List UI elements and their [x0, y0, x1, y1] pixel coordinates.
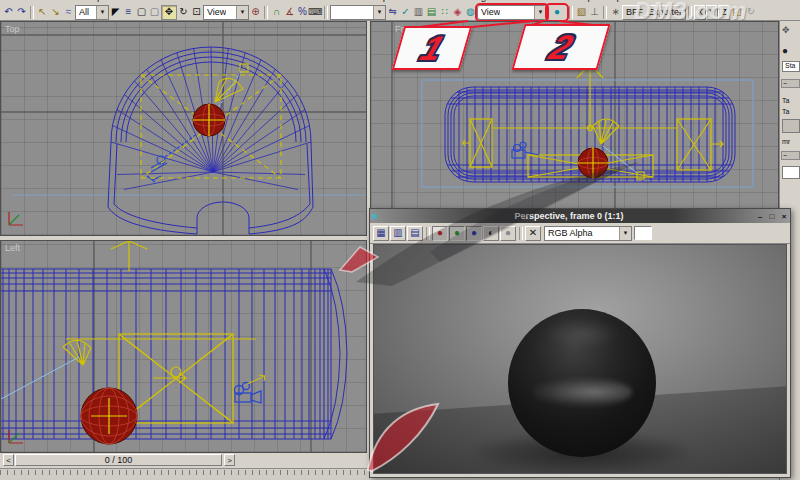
render-window-titlebar[interactable]: ◙ Perspective, frame 0 (1:1) – □ × [370, 209, 790, 223]
mirror-icon[interactable]: ⇋ [386, 5, 399, 20]
minimize-button[interactable]: – [754, 212, 766, 221]
undo-icon[interactable]: ↶ [2, 5, 15, 20]
window-crossing-icon[interactable]: ▢ [148, 5, 161, 20]
camera-gizmo [235, 383, 262, 404]
camera-gizmo [147, 134, 197, 182]
redo-icon[interactable]: ↷ [15, 5, 28, 20]
select-and-scale-icon[interactable]: ⊡ [190, 5, 203, 20]
param-field[interactable] [782, 119, 800, 133]
green-channel-button[interactable]: ● [449, 226, 465, 241]
channel-display-dropdown[interactable]: RGB Alpha▼ [544, 226, 632, 241]
rollout-header-1[interactable]: − [781, 79, 800, 88]
track-bar[interactable] [0, 468, 367, 480]
curve-editor-icon[interactable]: ▤ [425, 5, 438, 20]
render-window-title: Perspective, frame 0 (1:1) [384, 211, 754, 221]
unlink-selection-icon[interactable]: ↘ [49, 5, 62, 20]
clone-window-icon[interactable]: ▥ [390, 226, 406, 241]
rect-selection-region-icon[interactable]: ▢ [135, 5, 148, 20]
snap-toggle-icon[interactable]: ∩ [270, 5, 283, 20]
time-slider-button[interactable]: 0 / 100 [15, 454, 222, 466]
viewport-splitter-horizontal[interactable] [0, 236, 367, 240]
clear-button[interactable]: ✕ [525, 226, 541, 241]
dropdown-arrow-icon[interactable]: ▼ [534, 6, 546, 19]
object-type-dropdown[interactable]: Sta [782, 61, 800, 72]
maximize-button[interactable]: □ [766, 212, 778, 221]
camera-gizmo [512, 142, 539, 158]
left-viewport-wireframe [1, 241, 366, 452]
camera-arrow [247, 375, 265, 384]
keyboard-override-icon[interactable]: ⌨ [309, 5, 322, 20]
reference-coordsys-dropdown-value: View [207, 8, 226, 17]
bind-to-spacewarp-icon[interactable]: ≈ [62, 5, 75, 20]
mono-channel-button[interactable]: ◐ [483, 226, 499, 241]
select-and-move-icon[interactable]: ✥ [161, 5, 177, 20]
save-bitmap-icon[interactable]: ▦ [373, 226, 389, 241]
selection-filter-dropdown-value: All [79, 8, 89, 17]
top-viewport-wireframe [1, 22, 366, 235]
dropdown-arrow-icon[interactable]: ▼ [373, 6, 385, 19]
reference-coordsys-dropdown[interactable]: View▼ [203, 5, 249, 20]
render-last-icon[interactable]: ▧ [575, 5, 588, 20]
selection-filter-dropdown[interactable]: All▼ [75, 5, 109, 20]
layer-manager-icon[interactable]: ▥ [412, 5, 425, 20]
dome-wireframe [108, 47, 313, 234]
time-slider-bar: < 0 / 100 > [0, 453, 367, 468]
select-and-link-icon[interactable]: ↖ [36, 5, 49, 20]
named-selection-sets-dropdown[interactable]: ▼ [330, 5, 386, 20]
color-field[interactable] [782, 166, 800, 179]
viewport-left[interactable]: Left [0, 240, 367, 453]
quick-render-icon[interactable]: ● [547, 5, 567, 20]
toolbar-separator [264, 6, 268, 19]
dropdown-arrow-icon[interactable]: ▼ [96, 6, 108, 19]
toolbar-separator [569, 6, 573, 19]
toolbar-separator [519, 227, 523, 240]
render-window-toolbar: ▦▥▤●●●◐●✕RGB Alpha▼ [370, 223, 790, 244]
toolbar-separator [30, 6, 34, 19]
channel-info-icon[interactable]: ▤ [407, 226, 423, 241]
select-by-name-icon[interactable]: ≡ [122, 5, 135, 20]
render-window-icon: ◙ [372, 211, 384, 221]
angle-snap-icon[interactable]: ∡ [283, 5, 296, 20]
box-wireframe [1, 269, 347, 439]
track-bar-ticks [0, 470, 367, 475]
select-and-rotate-icon[interactable]: ↻ [177, 5, 190, 20]
channel-display-dropdown-value: RGB Alpha [548, 229, 593, 238]
exporter-gear-icon[interactable]: ∗ [609, 5, 622, 20]
red-channel-button[interactable]: ● [432, 226, 448, 241]
dropdown-arrow-icon[interactable]: ▼ [619, 227, 631, 240]
blue-channel-button[interactable]: ● [466, 226, 482, 241]
render-type-dropdown[interactable]: View▼ [477, 5, 547, 20]
alpha-channel-button[interactable]: ● [500, 226, 516, 241]
schematic-view-icon[interactable]: ∷ [438, 5, 451, 20]
axis-cross [577, 147, 609, 179]
annotation-number-1: 1 [392, 26, 473, 70]
geometry-icon[interactable]: ● [782, 45, 788, 56]
rendered-sphere [508, 309, 656, 457]
percent-snap-icon[interactable]: % [296, 5, 309, 20]
previous-frame-button[interactable]: < [3, 454, 14, 466]
material-editor-icon[interactable]: ◈ [451, 5, 464, 20]
next-frame-button[interactable]: > [224, 454, 235, 466]
toolbar-separator [603, 6, 607, 19]
panel-tab-icon[interactable]: ✥ [782, 25, 790, 35]
rendered-image [373, 244, 787, 474]
render-setup-icon[interactable]: ◍ [464, 5, 477, 20]
render-frame-window: ◙ Perspective, frame 0 (1:1) – □ × ▦▥▤●●… [369, 208, 791, 478]
viewport-top[interactable]: Top [0, 21, 367, 236]
viewport-left-label[interactable]: Left [5, 243, 20, 253]
align-icon[interactable]: ✓ [399, 5, 412, 20]
annotation-number-2: 2 [511, 24, 610, 70]
select-object-icon[interactable]: ◤ [109, 5, 122, 20]
dropdown-arrow-icon[interactable]: ▼ [236, 6, 248, 19]
close-button[interactable]: × [778, 212, 790, 221]
param-label-3: mr [782, 138, 790, 145]
rollout-header-2[interactable]: − [781, 151, 800, 160]
use-pivot-center-icon[interactable]: ⊕ [249, 5, 262, 20]
background-color-swatch[interactable] [634, 226, 652, 240]
print-size-wizard-icon[interactable]: ⊥ [588, 5, 601, 20]
toolbar-separator [426, 227, 430, 240]
param-label-2: Ta [782, 108, 789, 115]
viewport-top-label[interactable]: Top [5, 24, 20, 34]
light-target-line [1, 357, 79, 399]
site-watermark: DM3.com [634, 0, 748, 25]
